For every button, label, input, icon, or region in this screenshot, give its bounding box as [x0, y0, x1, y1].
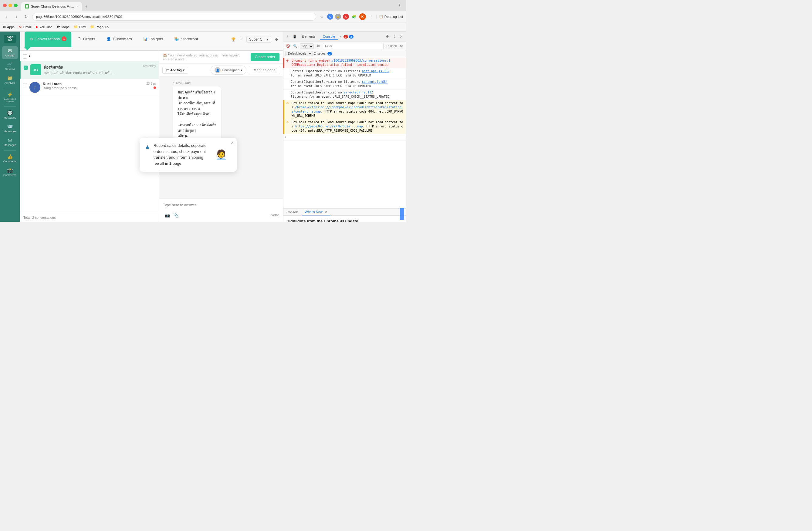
elements-tab-label: Elements [302, 34, 316, 38]
sidebar-item-auto-invoice[interactable]: ⚡ Automated Invoice [2, 90, 18, 105]
bookmark-maps[interactable]: 🗺 Maps [57, 25, 70, 29]
devtools-whats-new-tab[interactable]: What's New ✕ [302, 209, 330, 215]
refresh-button[interactable]: ↻ [23, 13, 30, 20]
info-link-1[interactable]: post_api.js:132 [362, 70, 389, 73]
conversation-item-1[interactable]: ✓ 365 น้องพิมเพลิน ขอบคุณสำหรับข้อความค่… [20, 61, 159, 79]
nav-tab-storefront[interactable]: 🏪 Storefront [169, 31, 203, 47]
nav-tab-conversations[interactable]: ✉ Conversations 1 [25, 31, 71, 47]
issues-count-badge: 2 [328, 52, 332, 56]
log-levels-selector[interactable]: Default levels [285, 51, 313, 56]
sidebar-item-messages-1[interactable]: 💬 Messages [2, 108, 18, 121]
minimize-button[interactable] [9, 4, 12, 7]
reading-list-label[interactable]: Reading List [385, 15, 403, 18]
console-filter-input[interactable] [323, 43, 383, 49]
devtools-more-icon[interactable]: ⋮ [391, 34, 397, 40]
sidebar-item-messages-3[interactable]: ✉ Messages [2, 135, 18, 149]
nav-tab-orders[interactable]: 🗒 Orders [73, 31, 100, 47]
extension-icon-1[interactable]: G [327, 14, 333, 20]
console-entry-info-3: ContentDispatcherService: no safecheck.j… [284, 89, 406, 100]
sidebar-item-archived[interactable]: 📁 Archived [2, 73, 18, 86]
eye-icon[interactable]: 👁 [316, 43, 321, 49]
bookmark-youtube[interactable]: ▶ YouTube [36, 25, 53, 29]
devtools-settings-icon[interactable]: ⚙ [385, 34, 390, 40]
browser-tab[interactable]: Super Chams Delicious Fried C ✕ [21, 2, 82, 11]
warn-link-1[interactable]: chrome-extension://lggdbpblkekjjbobadlia… [292, 105, 403, 113]
devtools-device-icon[interactable]: 📱 [292, 34, 298, 40]
bookmark-gmail-label: Gmail [23, 25, 31, 29]
heart-icon[interactable]: ♡ [240, 37, 243, 42]
warn-icon-2: ⚠ [286, 120, 290, 125]
extensions-icon[interactable]: 🧩 [351, 13, 358, 20]
chrome-menu-icon[interactable]: ⋮ [368, 13, 375, 20]
add-tag-label: Add tag [170, 68, 182, 72]
bookmark-etax[interactable]: 📁 Etax [74, 25, 86, 29]
browser-menu-icon[interactable]: ⋮ [396, 2, 403, 9]
tab-close-icon[interactable]: ✕ [76, 5, 78, 8]
devtools-console-bottom-tab[interactable]: Console [284, 209, 302, 215]
trophy-icon[interactable]: 🏆 [231, 37, 236, 42]
nav-tab-insights[interactable]: 📊 Insights [138, 31, 168, 47]
select-all-checkbox[interactable] [23, 54, 27, 59]
mark-done-button[interactable]: Mark as done [249, 66, 280, 74]
reading-list-icon: 📋 [379, 15, 383, 18]
bookmark-page365[interactable]: 📁 Page365 [90, 25, 109, 29]
conv-checkbox-2[interactable] [23, 83, 27, 87]
sidebar-item-messages-2[interactable]: 📨 Messages [2, 122, 18, 135]
create-order-button[interactable]: Create order [251, 53, 279, 61]
devtools-close-button[interactable]: ✕ [398, 34, 404, 40]
bookmark-gmail[interactable]: M Gmail [19, 25, 31, 29]
extension-icon-3[interactable]: K [343, 14, 349, 20]
tooltip-popup: ▲ Record sales details, seperate order's… [140, 138, 237, 172]
sidebar-divider-2 [4, 106, 16, 107]
assign-button[interactable]: 👤 Unassigned ▾ [211, 66, 246, 75]
console-clear-icon[interactable]: 🚫 [285, 43, 291, 49]
traffic-lights[interactable] [3, 4, 18, 7]
forward-button[interactable]: › [13, 13, 20, 20]
address-bar[interactable]: page365.net/100182329069003/conversation… [32, 13, 316, 20]
info-link-2[interactable]: content.js:664 [362, 80, 388, 84]
profile-icon[interactable]: K [359, 13, 366, 20]
send-button[interactable]: Send [271, 213, 279, 217]
back-button[interactable]: ‹ [3, 13, 10, 20]
attachment-icon[interactable]: 📎 [172, 211, 180, 219]
tooltip-mascot: 🧑‍💼 [211, 143, 232, 167]
bookmark-apps[interactable]: ⊞ Apps [3, 25, 15, 29]
devtools-scrollbar[interactable] [400, 215, 404, 220]
info-link-3[interactable]: safecheck.js:132 [344, 91, 373, 94]
shop-selector[interactable]: Super C... ▾ [246, 36, 271, 43]
whats-new-close-icon[interactable]: ✕ [325, 210, 328, 214]
camera-icon[interactable]: 📷 [163, 211, 172, 219]
conv-checkbox-1[interactable]: ✓ [24, 66, 28, 70]
chat-area: 🏠 You haven't entered your address. You … [159, 51, 283, 222]
new-tab-button[interactable]: + [82, 2, 90, 11]
tooltip-close-button[interactable]: × [231, 140, 234, 146]
add-tag-button[interactable]: 🏷 Add tag ▾ [162, 67, 188, 74]
bookmark-icon[interactable]: ☆ [319, 13, 325, 20]
filter-settings-icon[interactable]: ⚙ [399, 43, 404, 49]
settings-icon[interactable]: ⚙ [275, 37, 278, 42]
console-chevron-icon[interactable]: › [285, 135, 286, 139]
sidebar-item-unread[interactable]: ✉ Unread [2, 46, 18, 59]
warn-link-2[interactable]: https://page365.net/sm/7b7d32a....map [295, 125, 363, 128]
maximize-button[interactable] [14, 4, 18, 7]
console-entry-info-1: ContentDispatcherService: no listeners p… [284, 68, 406, 79]
conversation-item-2[interactable]: f Ruel Laran isang order po sir boss 23 … [20, 79, 159, 96]
sidebar-item-comments-1[interactable]: 👍 Comments [2, 152, 18, 165]
devtools-tab-elements[interactable]: Elements [299, 33, 319, 40]
error-link[interactable]: /100182329069003/conversations:1 [332, 59, 390, 62]
close-button[interactable] [3, 4, 7, 7]
chat-input[interactable] [163, 201, 279, 209]
console-filter-icon[interactable]: 🔍 [292, 43, 298, 49]
nav-tab-customers[interactable]: 👤 Customers [101, 31, 137, 47]
context-selector[interactable]: top [300, 43, 314, 49]
conv-avatar-2: f [29, 82, 40, 93]
extension-icon-2[interactable]: 🔒 [335, 14, 341, 20]
dropdown-arrow[interactable]: ▾ [29, 54, 30, 58]
sidebar-item-comments-2[interactable]: 📸 Comments [2, 166, 18, 179]
customers-label: Customers [113, 37, 132, 41]
devtools-tab-console[interactable]: Console [320, 33, 338, 40]
devtools-cursor-icon[interactable]: ↖ [285, 34, 291, 40]
gmail-icon: M [19, 25, 21, 29]
sidebar-item-ordered[interactable]: 🛒 Ordered [2, 60, 18, 73]
devtools-more-tabs[interactable]: » [339, 35, 341, 38]
